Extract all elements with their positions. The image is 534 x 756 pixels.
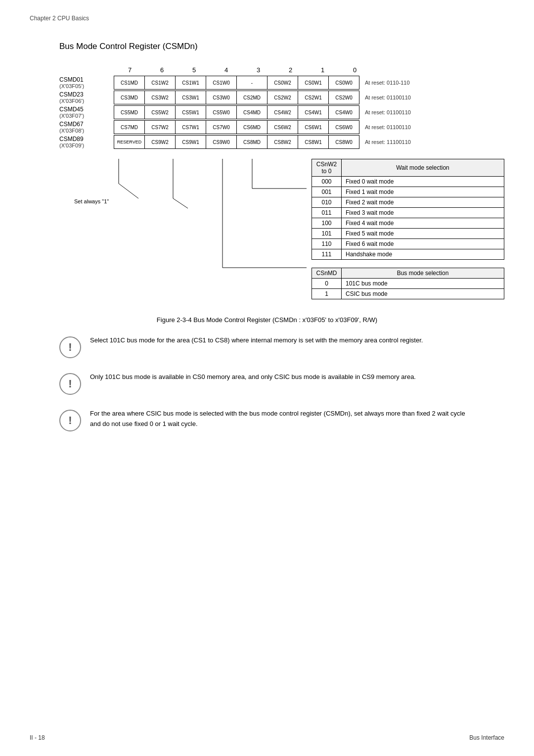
cell: CS9W2 xyxy=(144,135,176,149)
wait-table-header-code: CSnW2 to 0 xyxy=(312,159,342,177)
cell: CS0W0 xyxy=(328,76,359,90)
table-row: 101Fixed 5 wait mode xyxy=(312,229,504,239)
table-row: 001Fixed 1 wait mode xyxy=(312,187,504,197)
code-cell: 000 xyxy=(312,177,342,187)
bit-0: 0 xyxy=(339,66,371,74)
code-cell: 111 xyxy=(312,249,342,260)
code-cell: 1 xyxy=(312,289,342,299)
desc-cell: 101C bus mode xyxy=(342,279,504,289)
right-tables: CSnW2 to 0 Wait mode selection 000Fixed … xyxy=(312,159,504,307)
note-text-1: Select 101C bus mode for the area (CS1 t… xyxy=(90,335,475,346)
cell: CS4W1 xyxy=(298,105,329,119)
note-text-3: For the area where CSIC bus mode is sele… xyxy=(90,409,475,429)
set-always-label: Set always "1" xyxy=(74,198,109,204)
cell: CS4W2 xyxy=(267,105,298,119)
footer-right: Bus Interface xyxy=(469,734,504,741)
desc-cell: CSIC bus mode xyxy=(342,289,504,299)
reg-csmd89-cells: RESERVED CS9W2 CS9W1 CS9W0 CS8MD CS8W2 C… xyxy=(114,135,359,149)
table-row: 111Handshake mode xyxy=(312,249,504,260)
reg-csmd23-label: CSMD23 (X'03F06') xyxy=(59,91,114,104)
section-title: Bus Mode Control Register (CSMDn) xyxy=(59,42,504,51)
note-text-2: Only 101C bus mode is available in CS0 m… xyxy=(90,372,475,382)
reg-csmd67-label: CSMD67 (X'03F08') xyxy=(59,121,114,134)
notes-section: ! Select 101C bus mode for the area (CS1… xyxy=(59,335,475,431)
desc-cell: Fixed 5 wait mode xyxy=(342,229,504,239)
wait-table-header-desc: Wait mode selection xyxy=(342,159,504,177)
desc-cell: Fixed 4 wait mode xyxy=(342,218,504,229)
table-row: 100Fixed 4 wait mode xyxy=(312,218,504,229)
table-row: CSMD89 (X'03F09') RESERVED CS9W2 CS9W1 C… xyxy=(59,135,504,149)
cell: CS8W2 xyxy=(267,135,298,149)
figure-caption: Figure 2-3-4 Bus Mode Control Register (… xyxy=(30,316,504,324)
desc-cell: Fixed 6 wait mode xyxy=(342,239,504,249)
cell: CS3MD xyxy=(114,91,145,104)
note-1: ! Select 101C bus mode for the area (CS1… xyxy=(59,335,475,358)
table-row: CSMD45 (X'03F07') CS5MD CS5W2 CS5W1 CS5W… xyxy=(59,105,504,119)
bit-7: 7 xyxy=(114,66,146,74)
reset-label-csmd01: At reset: 0110-110 xyxy=(365,80,410,86)
cell: CS1MD xyxy=(114,76,145,90)
desc-cell: Fixed 1 wait mode xyxy=(342,187,504,197)
cell: CS5W1 xyxy=(175,105,206,119)
wait-mode-table: CSnW2 to 0 Wait mode selection 000Fixed … xyxy=(312,159,504,260)
bit-4: 4 xyxy=(210,66,242,74)
cell: CS5MD xyxy=(114,105,145,119)
reg-csmd23-cells: CS3MD CS3W2 CS3W1 CS3W0 CS2MD CS2W2 CS2W… xyxy=(114,91,359,104)
cell: CS2W2 xyxy=(267,91,298,104)
connector-svg xyxy=(59,159,312,297)
cell: CS5W0 xyxy=(206,105,237,119)
cell: CS6MD xyxy=(236,120,267,134)
bit-1: 1 xyxy=(307,66,339,74)
code-cell: 011 xyxy=(312,208,342,218)
cell: CS6W2 xyxy=(267,120,298,134)
bit-numbers-row: 7 6 5 4 3 2 1 0 xyxy=(114,66,504,74)
reg-csmd67-cells: CS7MD CS7W2 CS7W1 CS7W0 CS6MD CS6W2 CS6W… xyxy=(114,120,359,134)
table-row: 1CSIC bus mode xyxy=(312,289,504,299)
cell: CS4MD xyxy=(236,105,267,119)
reg-csmd01-label: CSMD01 (X'03F05') xyxy=(59,76,114,89)
chapter-label: Chapter 2 CPU Basics xyxy=(30,15,89,22)
cell: CS0W2 xyxy=(267,76,298,90)
register-diagram: 7 6 5 4 3 2 1 0 CSMD01 (X'03F05') CS1MD … xyxy=(59,66,504,149)
reset-label-csmd89: At reset: 11100110 xyxy=(365,139,411,145)
desc-cell: Fixed 2 wait mode xyxy=(342,197,504,208)
cell: - xyxy=(236,76,267,90)
reg-csmd45-label: CSMD45 (X'03F07') xyxy=(59,106,114,119)
svg-line-1 xyxy=(119,184,138,198)
cell: CS2W1 xyxy=(298,91,329,104)
bus-table-header-code: CSnMD xyxy=(312,268,342,279)
cell: CS2MD xyxy=(236,91,267,104)
cell: CS4W0 xyxy=(328,105,359,119)
bit-3: 3 xyxy=(242,66,274,74)
table-row: CSMD01 (X'03F05') CS1MD CS1W2 CS1W1 CS1W… xyxy=(59,76,504,90)
cell: CS7W1 xyxy=(175,120,206,134)
table-row: CSMD67 (X'03F08') CS7MD CS7W2 CS7W1 CS7W… xyxy=(59,120,504,134)
cell: CS2W0 xyxy=(328,91,359,104)
bit-5: 5 xyxy=(178,66,210,74)
code-cell: 0 xyxy=(312,279,342,289)
cell: CS8W1 xyxy=(298,135,329,149)
desc-cell: Fixed 3 wait mode xyxy=(342,208,504,218)
table-row: 010Fixed 2 wait mode xyxy=(312,197,504,208)
left-connector: Set always "1" xyxy=(59,159,312,307)
cell: CS1W1 xyxy=(175,76,206,90)
bus-table-header-desc: Bus mode selection xyxy=(342,268,504,279)
code-cell: 001 xyxy=(312,187,342,197)
cell: CS3W2 xyxy=(144,91,176,104)
reset-label-csmd23: At reset: 01100110 xyxy=(365,94,411,100)
connector-area: Set always "1" CSnW2 to 0 Wait mode sele… xyxy=(59,159,504,307)
page: Chapter 2 CPU Basics Bus Mode Control Re… xyxy=(0,0,534,756)
desc-cell: Fixed 0 wait mode xyxy=(342,177,504,187)
code-cell: 101 xyxy=(312,229,342,239)
desc-cell: Handshake mode xyxy=(342,249,504,260)
cell: CS7W0 xyxy=(206,120,237,134)
chapter-header: Chapter 2 CPU Basics xyxy=(30,15,504,22)
cell: CS3W0 xyxy=(206,91,237,104)
cell: CS7W2 xyxy=(144,120,176,134)
cell: CS6W0 xyxy=(328,120,359,134)
cell: CS8W0 xyxy=(328,135,359,149)
table-row: 011Fixed 3 wait mode xyxy=(312,208,504,218)
bit-6: 6 xyxy=(146,66,178,74)
cell: CS1W0 xyxy=(206,76,237,90)
note-2: ! Only 101C bus mode is available in CS0… xyxy=(59,372,475,395)
